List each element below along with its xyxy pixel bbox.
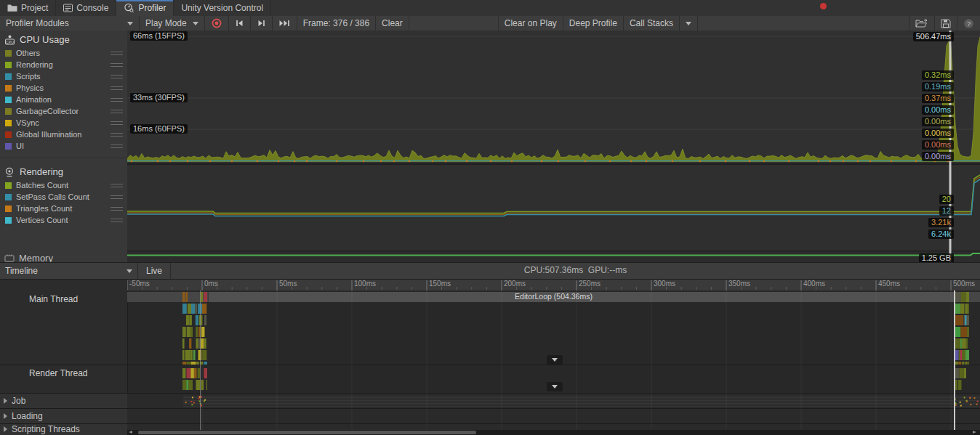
timeline-ruler[interactable]: -50ms0ms50ms100ms150ms200ms250ms300ms350… bbox=[127, 278, 980, 291]
deep-profile-label: Deep Profile bbox=[569, 18, 617, 28]
help-button[interactable]: ? bbox=[957, 16, 980, 31]
open-profile-icon bbox=[915, 18, 928, 28]
legend-item-others[interactable]: Others bbox=[0, 47, 127, 59]
drag-handle-icon[interactable] bbox=[111, 205, 123, 213]
fps-grid-label: 66ms (15FPS) bbox=[130, 31, 188, 41]
record-button[interactable] bbox=[205, 16, 229, 31]
call-stacks-dropdown[interactable] bbox=[679, 16, 698, 31]
legend-item-rendering[interactable]: Rendering bbox=[0, 59, 127, 70]
chevron-down-icon bbox=[193, 22, 198, 25]
legend-label: Others bbox=[16, 49, 40, 57]
call-stacks-toggle[interactable]: Call Stacks bbox=[624, 16, 679, 31]
last-frame-icon bbox=[278, 19, 291, 28]
cpu-series-value-label: 0.00ms bbox=[922, 152, 954, 161]
rendering-module-icon bbox=[4, 167, 15, 177]
drag-handle-icon[interactable] bbox=[111, 61, 123, 69]
prev-frame-icon bbox=[235, 19, 244, 28]
legend-label: VSync bbox=[16, 118, 39, 127]
legend-label: Triangles Count bbox=[16, 204, 72, 213]
drag-handle-icon[interactable] bbox=[111, 216, 123, 224]
expand-triangle-icon[interactable] bbox=[4, 413, 7, 419]
drag-handle-icon[interactable] bbox=[111, 193, 123, 201]
drag-handle-icon[interactable] bbox=[111, 84, 123, 92]
legend-label: SetPass Calls Count bbox=[16, 192, 89, 201]
drag-handle-icon[interactable] bbox=[111, 142, 123, 150]
tab-console[interactable]: Console bbox=[56, 0, 116, 16]
legend-item-global-illumination[interactable]: Global Illumination bbox=[0, 129, 127, 140]
legend-item-triangles-count[interactable]: Triangles Count bbox=[0, 203, 127, 214]
scrollbar-right-arrow[interactable] bbox=[973, 431, 976, 434]
profiler-charts[interactable]: 66ms (15FPS)33ms (30FPS)16ms (60FPS)506.… bbox=[127, 31, 980, 262]
next-frame-button[interactable] bbox=[251, 16, 273, 31]
expand-triangle-icon[interactable] bbox=[4, 426, 7, 432]
legend-item-batches-count[interactable]: Batches Count bbox=[0, 179, 127, 191]
legend-item-scripts[interactable]: Scripts bbox=[0, 70, 127, 82]
tab-profiler[interactable]: Profiler bbox=[116, 0, 174, 16]
clear-on-play-toggle[interactable]: Clear on Play bbox=[498, 16, 563, 31]
chevron-down-icon bbox=[552, 358, 558, 362]
memory-module-icon bbox=[4, 254, 15, 262]
module-header-cpu-usage[interactable]: CPUCPU Usage bbox=[0, 31, 127, 47]
color-swatch bbox=[5, 194, 12, 200]
drag-handle-icon[interactable] bbox=[111, 73, 123, 81]
drag-handle-icon[interactable] bbox=[111, 182, 123, 190]
legend-item-vertices-count[interactable]: Vertices Count bbox=[0, 214, 127, 226]
legend-item-ui[interactable]: UI bbox=[0, 140, 127, 152]
svg-text:250ms: 250ms bbox=[579, 280, 601, 288]
profiler-modules-label: Profiler Modules bbox=[6, 18, 69, 28]
clear-button[interactable]: Clear bbox=[375, 16, 409, 31]
group-row-loading[interactable]: Loading bbox=[0, 408, 139, 423]
group-row-job[interactable]: Job bbox=[0, 393, 139, 408]
module-header-rendering[interactable]: Rendering bbox=[0, 163, 127, 179]
scrollbar-thumb[interactable] bbox=[138, 431, 476, 434]
horizontal-scrollbar[interactable] bbox=[127, 430, 980, 435]
legend-item-animation[interactable]: Animation bbox=[0, 94, 127, 105]
legend-label: Scripts bbox=[16, 72, 41, 81]
drag-handle-icon[interactable] bbox=[111, 131, 123, 139]
save-profile-button[interactable] bbox=[935, 16, 957, 31]
chevron-down-icon bbox=[126, 269, 132, 273]
current-frame-button[interactable] bbox=[273, 16, 297, 31]
module-title: Memory bbox=[19, 254, 53, 262]
module-separator bbox=[0, 158, 127, 158]
profiler-modules-dropdown[interactable]: Profiler Modules bbox=[0, 16, 140, 31]
live-button[interactable]: Live bbox=[138, 263, 171, 279]
legend-item-vsync[interactable]: VSync bbox=[0, 117, 127, 129]
drag-handle-icon[interactable] bbox=[111, 49, 123, 57]
collapse-button[interactable] bbox=[547, 355, 563, 365]
svg-text:CPU: CPU bbox=[6, 39, 14, 44]
drag-handle-icon[interactable] bbox=[111, 96, 123, 104]
deep-profile-toggle[interactable]: Deep Profile bbox=[563, 16, 624, 31]
svg-text:50ms: 50ms bbox=[279, 280, 297, 288]
drag-handle-icon[interactable] bbox=[111, 107, 123, 115]
color-swatch bbox=[5, 62, 12, 68]
legend-item-setpass-calls-count[interactable]: SetPass Calls Count bbox=[0, 191, 127, 203]
color-swatch bbox=[5, 108, 12, 115]
toolbar-spacer bbox=[409, 16, 498, 31]
scrollbar-left-arrow[interactable] bbox=[129, 431, 132, 434]
play-mode-dropdown[interactable]: Play Mode bbox=[140, 16, 205, 31]
tab-label: Profiler bbox=[138, 3, 166, 13]
legend-label: Global Illumination bbox=[16, 130, 82, 139]
tab-project[interactable]: Project bbox=[0, 0, 56, 16]
timeline-header: Timeline Live CPU:507.36ms GPU:--ms bbox=[0, 262, 980, 280]
svg-text:400ms: 400ms bbox=[803, 280, 825, 288]
drag-handle-icon[interactable] bbox=[111, 119, 123, 127]
color-swatch bbox=[5, 85, 12, 92]
previous-frame-button[interactable] bbox=[229, 16, 251, 31]
load-profile-button[interactable] bbox=[909, 16, 935, 31]
group-row-scripting-threads[interactable]: Scripting Threads bbox=[0, 423, 139, 435]
live-label: Live bbox=[146, 266, 162, 276]
collapse-button[interactable] bbox=[547, 382, 563, 391]
timeline-view-dropdown[interactable]: Timeline bbox=[0, 263, 138, 279]
thread-label-main-thread: Main Thread bbox=[29, 294, 124, 304]
unity-profiler-window: ProjectConsoleProfilerUnity Version Cont… bbox=[0, 0, 980, 435]
expand-triangle-icon[interactable] bbox=[4, 398, 7, 404]
module-header-memory[interactable]: Memory bbox=[0, 254, 128, 262]
legend-item-garbagecollector[interactable]: GarbageCollector bbox=[0, 105, 127, 117]
play-mode-label: Play Mode bbox=[145, 18, 187, 28]
color-swatch bbox=[5, 97, 12, 103]
tab-unity-version-control[interactable]: Unity Version Control bbox=[174, 0, 271, 16]
charts-canvas[interactable] bbox=[127, 31, 980, 262]
legend-item-physics[interactable]: Physics bbox=[0, 82, 127, 94]
